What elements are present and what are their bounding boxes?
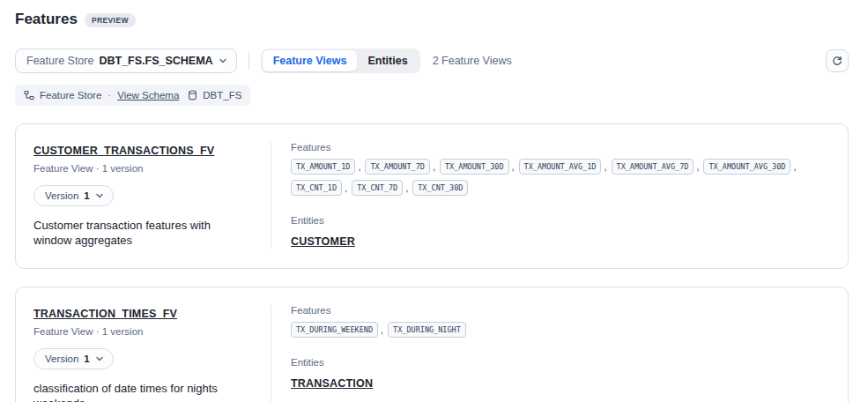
feature-view-list: CUSTOMER_TRANSACTIONS_FV Feature View · … <box>15 123 849 402</box>
chevron-down-icon <box>95 354 104 363</box>
feature-chip: TX_AMOUNT_1D <box>291 159 355 175</box>
feature-chip: TX_CNT_7D <box>352 180 403 196</box>
feature-chips: TX_DURING_WEEKEND,TX_DURING_NIGHT <box>291 322 830 338</box>
tab-feature-views[interactable]: Feature Views <box>263 50 358 71</box>
breadcrumb-separator: · <box>108 90 111 100</box>
entity-link[interactable]: TRANSACTION <box>291 377 373 390</box>
feature-chip: TX_DURING_NIGHT <box>388 322 466 338</box>
version-label: Version <box>45 354 78 364</box>
chip-separator: , <box>405 182 408 193</box>
breadcrumb-root: Feature Store <box>40 90 101 100</box>
feature-view-count: 2 Feature Views <box>433 55 512 67</box>
tab-entities[interactable]: Entities <box>357 50 418 71</box>
feature-view-card: CUSTOMER_TRANSACTIONS_FV Feature View · … <box>15 123 849 269</box>
feature-chip: TX_AMOUNT_AVG_7D <box>612 159 694 175</box>
chip-separator: , <box>696 161 699 172</box>
chevron-down-icon <box>219 56 227 65</box>
view-toggle: Feature Views Entities <box>261 48 420 73</box>
refresh-icon <box>832 56 842 66</box>
version-label: Version <box>45 190 78 201</box>
feature-view-card: TRANSACTION_TIMES_FV Feature View · 1 ve… <box>15 287 849 402</box>
feature-chips: TX_AMOUNT_1D,TX_AMOUNT_7D,TX_AMOUNT_30D,… <box>291 159 830 196</box>
feature-chip: TX_AMOUNT_30D <box>440 159 509 175</box>
chevron-down-icon <box>95 191 104 200</box>
feature-view-title-link[interactable]: TRANSACTION_TIMES_FV <box>33 308 177 320</box>
schema-icon <box>24 90 34 100</box>
page-title: Features <box>15 11 78 28</box>
refresh-button[interactable] <box>826 49 849 72</box>
version-dropdown[interactable]: Version 1 <box>33 348 114 369</box>
features-page: Features PREVIEW Feature Store DBT_FS.FS… <box>0 0 868 402</box>
version-value: 1 <box>84 354 89 364</box>
preview-badge: PREVIEW <box>85 13 136 27</box>
entity-link[interactable]: CUSTOMER <box>291 235 355 248</box>
card-detail: Features TX_AMOUNT_1D,TX_AMOUNT_7D,TX_AM… <box>271 142 830 249</box>
chip-separator: , <box>793 161 796 172</box>
feature-store-dropdown[interactable]: Feature Store DBT_FS.FS_SCHEMA <box>15 48 237 73</box>
feature-view-description: classification of date times for nights … <box>33 382 241 402</box>
breadcrumb-database: DBT_FS <box>203 90 241 100</box>
feature-chip: TX_AMOUNT_AVG_1D <box>519 159 602 175</box>
breadcrumb: Feature Store · View Schema DBT_FS <box>15 85 250 106</box>
features-section-label: Features <box>291 142 830 153</box>
entity-links: CUSTOMER <box>291 233 830 249</box>
entities-section: Entities TRANSACTION <box>291 357 830 391</box>
feature-chip: TX_CNT_30D <box>412 180 468 196</box>
version-dropdown[interactable]: Version 1 <box>33 185 114 206</box>
chip-separator: , <box>381 324 383 335</box>
feature-view-meta: Feature View · 1 version <box>33 326 255 337</box>
features-section-label: Features <box>291 305 830 316</box>
toolbar: Feature Store DBT_FS.FS_SCHEMA Feature V… <box>15 48 849 73</box>
feature-chip: TX_AMOUNT_AVG_30D <box>703 159 790 175</box>
chip-separator: , <box>358 161 360 172</box>
card-summary: CUSTOMER_TRANSACTIONS_FV Feature View · … <box>33 142 271 249</box>
feature-chip: TX_AMOUNT_7D <box>365 159 429 175</box>
page-header: Features PREVIEW <box>15 11 868 28</box>
toolbar-divider <box>249 52 249 70</box>
chip-separator: , <box>433 161 435 172</box>
card-summary: TRANSACTION_TIMES_FV Feature View · 1 ve… <box>33 305 271 402</box>
feature-view-description: Customer transaction features with windo… <box>33 219 241 249</box>
entities-section-label: Entities <box>291 357 830 368</box>
view-schema-link[interactable]: View Schema <box>117 90 179 100</box>
feature-view-title-link[interactable]: CUSTOMER_TRANSACTIONS_FV <box>33 145 214 157</box>
entities-section-label: Entities <box>291 215 830 226</box>
feature-view-meta: Feature View · 1 version <box>33 163 255 174</box>
chip-separator: , <box>512 161 515 172</box>
card-detail: Features TX_DURING_WEEKEND,TX_DURING_NIG… <box>271 305 830 402</box>
entities-section: Entities CUSTOMER <box>291 215 830 249</box>
chip-separator: , <box>345 182 347 193</box>
entity-links: TRANSACTION <box>291 375 830 391</box>
version-value: 1 <box>84 190 89 201</box>
chip-separator: , <box>604 161 606 172</box>
feature-store-value: DBT_FS.FS_SCHEMA <box>99 55 212 67</box>
feature-store-label: Feature Store <box>26 55 93 67</box>
database-icon <box>188 90 197 100</box>
feature-chip: TX_CNT_1D <box>291 180 342 196</box>
feature-chip: TX_DURING_WEEKEND <box>291 322 378 338</box>
